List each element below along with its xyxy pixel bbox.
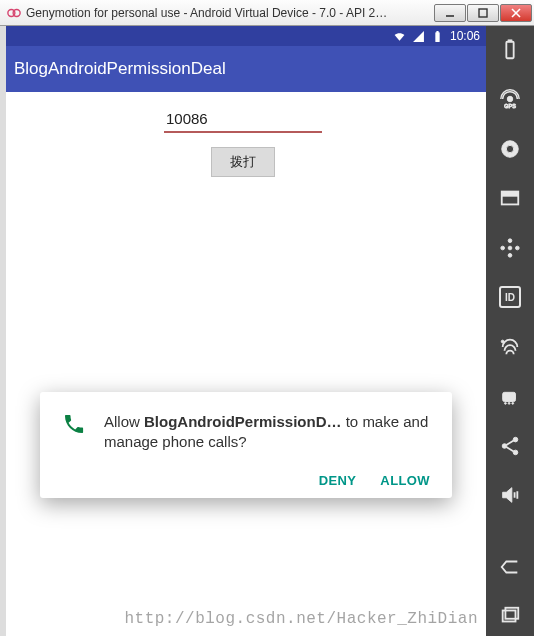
- window-title: Genymotion for personal use - Android Vi…: [26, 6, 433, 20]
- device-screen: 10:06 BlogAndroidPermissionDeal 拨打 Allow…: [0, 26, 486, 636]
- svg-point-21: [505, 403, 507, 405]
- signal-icon: [412, 30, 425, 43]
- android-statusbar: 10:06: [0, 26, 486, 46]
- dialog-app-name: BlogAndroidPermissionD…: [144, 413, 342, 430]
- svg-point-16: [508, 253, 512, 257]
- svg-rect-13: [502, 192, 519, 197]
- app-body: 拨打: [0, 92, 486, 177]
- app-bar: BlogAndroidPermissionDeal: [0, 46, 486, 92]
- genymotion-icon: [6, 5, 22, 21]
- camera-tool-icon[interactable]: [494, 135, 526, 163]
- identifier-tool-icon[interactable]: ID: [494, 284, 526, 312]
- svg-point-15: [508, 239, 512, 243]
- volume-up-icon[interactable]: [494, 482, 526, 510]
- statusbar-time: 10:06: [450, 29, 480, 43]
- svg-point-19: [501, 340, 504, 343]
- svg-point-1: [13, 9, 20, 16]
- remote-tool-icon[interactable]: [494, 234, 526, 262]
- dial-button[interactable]: 拨打: [211, 147, 275, 177]
- svg-rect-7: [508, 40, 512, 42]
- battery-tool-icon[interactable]: [494, 36, 526, 64]
- battery-icon: [431, 30, 444, 43]
- wifi-icon: [393, 30, 406, 43]
- dialog-message: Allow BlogAndroidPermissionD… to make an…: [104, 412, 430, 453]
- phone-number-input[interactable]: [164, 106, 322, 133]
- back-button-icon[interactable]: [494, 553, 526, 581]
- recents-button-icon[interactable]: [494, 603, 526, 631]
- svg-rect-3: [479, 9, 487, 17]
- svg-point-17: [501, 246, 505, 250]
- window-minimize-button[interactable]: [434, 4, 466, 22]
- share-tool-icon[interactable]: [494, 432, 526, 460]
- gps-tool-icon[interactable]: GPS: [494, 86, 526, 114]
- network-tool-icon[interactable]: [494, 333, 526, 361]
- svg-rect-20: [503, 393, 516, 402]
- phone-icon: [62, 412, 86, 453]
- svg-point-11: [506, 145, 513, 152]
- screencast-tool-icon[interactable]: [494, 185, 526, 213]
- permission-dialog: Allow BlogAndroidPermissionD… to make an…: [40, 392, 452, 498]
- svg-point-8: [507, 97, 513, 103]
- phone-tool-icon[interactable]: [494, 383, 526, 411]
- deny-button[interactable]: DENY: [319, 473, 357, 488]
- window-close-button[interactable]: [500, 4, 532, 22]
- dialog-prefix: Allow: [104, 413, 144, 430]
- svg-point-22: [508, 403, 510, 405]
- allow-button[interactable]: ALLOW: [380, 473, 430, 488]
- svg-point-14: [508, 246, 512, 250]
- svg-text:GPS: GPS: [504, 103, 516, 109]
- app-title: BlogAndroidPermissionDeal: [14, 59, 226, 79]
- watermark: http://blog.csdn.net/Hacker_ZhiDian: [124, 610, 478, 628]
- svg-point-23: [512, 403, 514, 405]
- svg-point-18: [516, 246, 520, 250]
- window-maximize-button[interactable]: [467, 4, 499, 22]
- genymotion-sidebar: GPS ID: [486, 26, 534, 636]
- svg-rect-6: [506, 42, 513, 59]
- window-titlebar: Genymotion for personal use - Android Vi…: [0, 0, 534, 26]
